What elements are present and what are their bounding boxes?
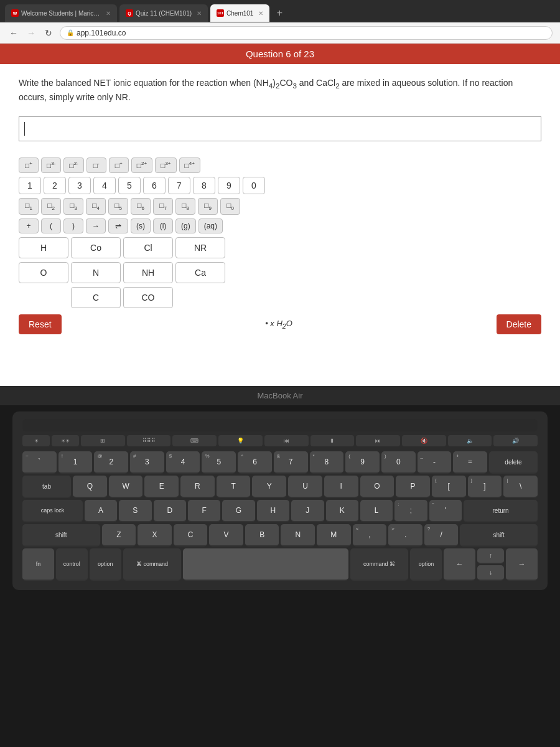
refresh-button[interactable]: ↻ [42, 28, 55, 38]
num-7-btn[interactable]: 7 [168, 177, 190, 194]
key-j[interactable]: J [291, 500, 324, 522]
key-8[interactable]: *8 [310, 451, 344, 474]
key-0[interactable]: )0 [381, 451, 416, 474]
elem-O-btn[interactable]: O [19, 262, 68, 283]
key-arrow-left[interactable]: ← [444, 548, 475, 581]
reset-button[interactable]: Reset [19, 314, 62, 334]
key-5[interactable]: %5 [202, 451, 236, 474]
key-k[interactable]: K [326, 500, 358, 522]
sup-2minus-btn[interactable]: □2- [63, 157, 83, 173]
elem-N-btn[interactable]: N [71, 262, 121, 283]
key-p[interactable]: P [396, 476, 430, 498]
tab-chem101[interactable]: 101 Chem101 ✕ [210, 4, 269, 22]
key-comma[interactable]: <, [353, 524, 387, 547]
fn-key-f2[interactable]: ☀☀ [52, 435, 79, 446]
key-3[interactable]: #3 [130, 451, 164, 474]
key-m[interactable]: M [317, 524, 351, 547]
key-t[interactable]: T [217, 476, 251, 498]
sup-2plus-btn[interactable]: □2+ [131, 157, 152, 173]
tab-welcome[interactable]: W Welcome Students | Maricop... ✕ [5, 4, 117, 22]
key-c[interactable]: C [174, 524, 208, 547]
key-command-right[interactable]: command ⌘ [350, 548, 409, 581]
key-backtick[interactable]: ~` [22, 451, 57, 474]
num-4-btn[interactable]: 4 [93, 177, 116, 194]
add-tab-button[interactable]: + [272, 6, 287, 21]
sub-1-btn[interactable]: □1 [19, 198, 39, 214]
op-solid-btn[interactable]: (s) [131, 218, 151, 233]
num-8-btn[interactable]: 8 [193, 177, 215, 194]
key-4[interactable]: $4 [166, 451, 200, 474]
elem-H-btn[interactable]: H [19, 237, 68, 258]
key-2[interactable]: @2 [94, 451, 128, 474]
key-arrow-up[interactable]: ↑ [477, 548, 504, 564]
tab-quiz[interactable]: Q Quiz 11 (CHEM101) ✕ [119, 4, 208, 22]
delete-button[interactable]: Delete [497, 314, 541, 334]
key-lbracket[interactable]: {[ [432, 476, 466, 498]
key-f[interactable]: F [188, 500, 220, 522]
op-liquid-btn[interactable]: (l) [153, 218, 173, 233]
sub-3-btn[interactable]: □3 [63, 198, 83, 214]
key-tab[interactable]: tab [22, 476, 71, 498]
key-slash[interactable]: ?/ [424, 524, 459, 547]
tab-close-chem101[interactable]: ✕ [258, 10, 263, 17]
op-plus-btn[interactable]: + [19, 218, 39, 233]
fn-key-f9[interactable]: ⏭ [356, 435, 400, 446]
key-space[interactable] [183, 548, 348, 581]
op-lparen-btn[interactable]: ( [41, 218, 61, 233]
sub-6-btn[interactable]: □6 [131, 198, 151, 214]
sup-4plus-btn[interactable]: □4+ [179, 157, 200, 173]
fn-key-f10[interactable]: 🔇 [402, 435, 446, 446]
key-n[interactable]: N [281, 524, 315, 547]
elem-C-btn[interactable]: C [71, 287, 121, 308]
key-o[interactable]: O [360, 476, 394, 498]
key-semicolon[interactable]: :; [394, 500, 427, 522]
op-rparen-btn[interactable]: ) [63, 218, 83, 233]
tab-close-welcome[interactable]: ✕ [106, 10, 111, 17]
forward-button[interactable]: → [25, 28, 37, 38]
sup-3plus-btn[interactable]: □3+ [155, 157, 176, 173]
elem-CO-btn[interactable]: CO [123, 287, 173, 308]
fn-key-f8[interactable]: ⏸ [310, 435, 355, 446]
key-1[interactable]: !1 [58, 451, 93, 474]
num-0-btn[interactable]: 0 [243, 177, 265, 194]
key-period[interactable]: >. [388, 524, 422, 547]
key-equals[interactable]: += [453, 451, 487, 474]
key-r[interactable]: R [180, 476, 215, 498]
sup-plus2-btn[interactable]: □+ [109, 157, 129, 173]
key-rbracket[interactable]: }] [468, 476, 502, 498]
sub-7-btn[interactable]: □7 [153, 198, 173, 214]
op-aq-btn[interactable]: (aq) [198, 218, 223, 233]
num-5-btn[interactable]: 5 [118, 177, 141, 194]
op-gas-btn[interactable]: (g) [175, 218, 196, 233]
key-control[interactable]: control [56, 548, 88, 581]
fn-key-f6[interactable]: 💡 [218, 435, 263, 446]
key-a[interactable]: A [85, 500, 117, 522]
sub-9-btn[interactable]: □9 [198, 198, 218, 214]
num-9-btn[interactable]: 9 [218, 177, 240, 194]
num-3-btn[interactable]: 3 [68, 177, 91, 194]
key-i[interactable]: I [324, 476, 358, 498]
sub-8-btn[interactable]: □8 [175, 198, 195, 214]
key-v[interactable]: V [209, 524, 243, 547]
key-arrow-down[interactable]: ↓ [477, 565, 504, 581]
elem-NR-btn[interactable]: NR [175, 237, 225, 258]
sub-4-btn[interactable]: □4 [86, 198, 106, 214]
num-6-btn[interactable]: 6 [143, 177, 166, 194]
key-option-right[interactable]: option [410, 548, 442, 581]
fn-key-f1[interactable]: ☀ [22, 435, 50, 446]
key-shift-right[interactable]: shift [460, 524, 538, 547]
sup-minus-btn[interactable]: □- [86, 157, 106, 173]
fn-key-f11[interactable]: 🔈 [448, 435, 492, 446]
num-1-btn[interactable]: 1 [19, 177, 41, 194]
key-minus[interactable]: _- [418, 451, 452, 474]
key-w[interactable]: W [109, 476, 143, 498]
key-u[interactable]: U [288, 476, 322, 498]
op-arrow-btn[interactable]: → [86, 218, 106, 233]
key-6[interactable]: ^6 [238, 451, 272, 474]
fn-key-f12[interactable]: 🔊 [493, 435, 538, 446]
key-capslock[interactable]: caps lock [22, 500, 83, 522]
key-command-left[interactable]: ⌘ command [123, 548, 182, 581]
num-2-btn[interactable]: 2 [44, 177, 66, 194]
sub-0-btn[interactable]: □0 [220, 198, 240, 214]
key-quote[interactable]: "' [429, 500, 462, 522]
